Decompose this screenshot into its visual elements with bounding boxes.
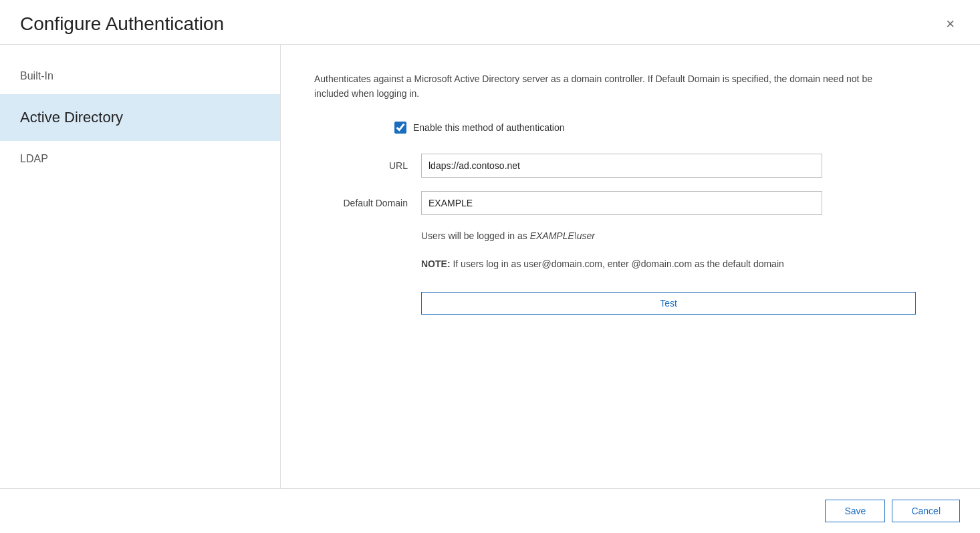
form-section: Enable this method of authentication URL… xyxy=(314,122,916,315)
login-info-italic: EXAMPLE\user xyxy=(530,230,595,241)
url-input[interactable] xyxy=(421,154,822,178)
dialog-header: Configure Authentication × xyxy=(0,0,980,45)
url-field-row: URL xyxy=(314,154,916,178)
note-block: NOTE: If users log in as user@domain.com… xyxy=(421,256,916,271)
dialog-body: Built-In Active Directory LDAP Authentic… xyxy=(0,45,980,488)
cancel-button[interactable]: Cancel xyxy=(892,500,960,522)
sidebar-item-ldap-label: LDAP xyxy=(20,153,48,164)
sidebar-item-built-in-label: Built-In xyxy=(20,70,53,81)
note-italic1: user@domain.com xyxy=(523,258,602,269)
sidebar-item-built-in[interactable]: Built-In xyxy=(0,58,280,94)
description-text: Authenticates against a Microsoft Active… xyxy=(314,71,889,102)
test-button[interactable]: Test xyxy=(421,292,916,315)
dialog-title: Configure Authentication xyxy=(20,13,224,35)
sidebar-item-active-directory-label: Active Directory xyxy=(20,109,123,126)
enable-checkbox[interactable] xyxy=(394,122,406,134)
note-text3: as the default domain xyxy=(692,258,784,269)
sidebar-item-ldap[interactable]: LDAP xyxy=(0,141,280,177)
configure-authentication-dialog: Configure Authentication × Built-In Acti… xyxy=(0,0,980,533)
url-label: URL xyxy=(314,160,408,171)
note-bold: NOTE: xyxy=(421,258,451,269)
login-info-text: Users will be logged in as xyxy=(421,230,530,241)
enable-checkbox-label: Enable this method of authentication xyxy=(413,122,565,133)
dialog-footer: Save Cancel xyxy=(0,488,980,533)
close-button[interactable]: × xyxy=(941,14,960,34)
default-domain-field-row: Default Domain xyxy=(314,191,916,215)
sidebar-item-active-directory[interactable]: Active Directory xyxy=(0,94,280,141)
default-domain-label: Default Domain xyxy=(314,198,408,208)
default-domain-input[interactable] xyxy=(421,191,822,215)
login-info-block: Users will be logged in as EXAMPLE\user xyxy=(421,228,916,243)
note-text: If users log in as xyxy=(451,258,524,269)
enable-checkbox-row: Enable this method of authentication xyxy=(394,122,916,134)
save-button[interactable]: Save xyxy=(825,500,885,522)
note-italic2: @domain.com xyxy=(632,258,692,269)
content-area: Authenticates against a Microsoft Active… xyxy=(281,45,980,488)
sidebar: Built-In Active Directory LDAP xyxy=(0,45,281,488)
note-text2: , enter xyxy=(602,258,632,269)
